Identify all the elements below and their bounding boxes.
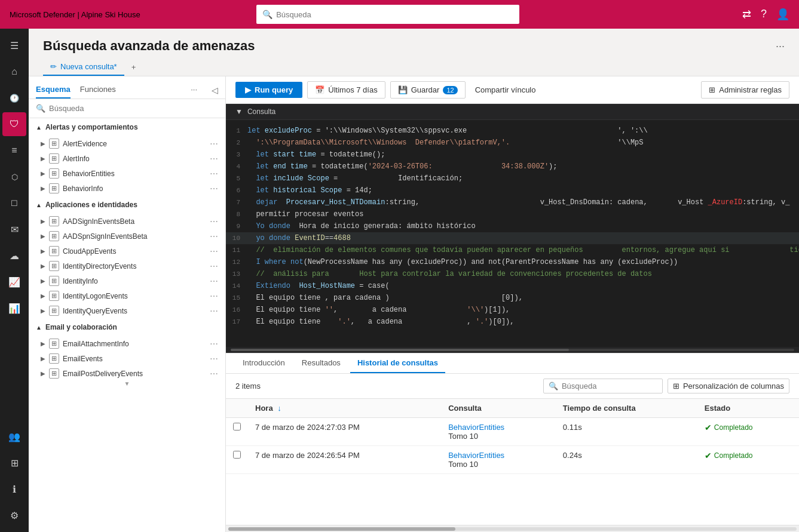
nav-mail[interactable]: ✉ <box>2 217 26 241</box>
tab-nueva-consulta[interactable]: ✏ Nueva consulta* <box>43 59 124 76</box>
sidebar-tab-esquema[interactable]: Esquema <box>36 81 71 99</box>
sidebar-collapse-button[interactable]: ◁ <box>212 85 218 95</box>
row2-consulta-link[interactable]: BehaviorEntities <box>448 451 549 460</box>
collapse-icon[interactable]: ▼ <box>235 107 243 116</box>
item-dots-icon[interactable]: ⋯ <box>210 354 218 364</box>
results-tab-results[interactable]: Resultados <box>295 353 348 373</box>
user-icon[interactable]: 👤 <box>776 8 789 21</box>
results-search-input[interactable] <box>562 382 657 390</box>
page-more-icon[interactable]: ··· <box>776 40 785 53</box>
sidebar-tab-funciones[interactable]: Funciones <box>80 81 116 99</box>
checkbox-input[interactable] <box>233 451 241 459</box>
item-dots-icon[interactable]: ⋯ <box>210 369 218 379</box>
sidebar-tab-more[interactable]: ··· <box>191 81 197 99</box>
chevron-right-icon: ▶ <box>41 233 45 239</box>
share-button[interactable]: Compartir vínculo <box>470 82 541 98</box>
tab-icon: ✏ <box>50 62 57 71</box>
tree-item-identityqueryevents[interactable]: ▶ ⊞ IdentityQueryEvents ⋯ <box>29 303 225 318</box>
sidebar-search-container: 🔍 <box>29 99 225 118</box>
th-hora[interactable]: Hora ↓ <box>248 399 441 418</box>
tree-item-alertevidence[interactable]: ▶ ⊞ AlertEvidence ⋯ <box>29 136 225 151</box>
tree-item-behaviorinfo[interactable]: ▶ ⊞ BehaviorInfo ⋯ <box>29 181 225 196</box>
nav-device[interactable]: ⬡ <box>2 165 26 189</box>
tree-item-identityinfo[interactable]: ▶ ⊞ IdentityInfo ⋯ <box>29 273 225 288</box>
results-tab-history[interactable]: Historial de consultas <box>350 353 445 373</box>
nav-chart[interactable]: 📈 <box>2 270 26 294</box>
customize-columns-button[interactable]: ⊞ Personalización de columnas <box>668 379 789 393</box>
nav-recent[interactable]: 🕐 <box>2 86 26 110</box>
nav-people[interactable]: 👥 <box>2 425 26 448</box>
row1-consulta-link[interactable]: BehaviorEntities <box>448 423 549 432</box>
bottom-scrollbar[interactable] <box>226 525 799 532</box>
topbar-search-input[interactable] <box>276 10 513 19</box>
item-dots-icon[interactable]: ⋯ <box>210 291 218 301</box>
item-dots-icon[interactable]: ⋯ <box>210 247 218 256</box>
results-count: 2 items <box>235 382 261 390</box>
editor-content[interactable]: 1 let excludeProc = ':\\Windows\\System3… <box>226 120 799 347</box>
tree-item-emailattachmentinfo[interactable]: ▶ ⊞ EmailAttachmentInfo ⋯ <box>29 336 225 351</box>
help-icon[interactable]: ? <box>761 8 767 21</box>
item-dots-icon[interactable]: ⋯ <box>210 262 218 271</box>
tree-item-aadsigninevents[interactable]: ▶ ⊞ AADSignInEventsBeta ⋯ <box>29 214 225 229</box>
nav-endpoint[interactable]: ☐ <box>2 191 26 215</box>
tree-item-emailpostdelivery[interactable]: ▶ ⊞ EmailPostDeliveryEvents ⋯ <box>29 366 225 381</box>
th-tiempo[interactable]: Tiempo de consulta <box>556 399 697 418</box>
item-dots-icon[interactable]: ⋯ <box>210 154 218 164</box>
play-icon: ▶ <box>245 85 251 94</box>
tree-item-emailevents[interactable]: ▶ ⊞ EmailEvents ⋯ <box>29 351 225 366</box>
nav-list[interactable]: ≡ <box>2 139 26 162</box>
item-dots-icon[interactable]: ⋯ <box>210 276 218 286</box>
nav-settings[interactable]: ⚙ <box>2 503 26 527</box>
nav-shield[interactable]: 🛡 <box>2 112 26 136</box>
save-button[interactable]: 💾 Guardar 12 <box>390 81 466 99</box>
run-query-button[interactable]: ▶ Run query <box>235 82 302 98</box>
table-icon: ⊞ <box>49 261 59 271</box>
nav-home[interactable]: ⌂ <box>2 60 26 84</box>
row1-checkbox[interactable] <box>226 418 248 446</box>
nav-info[interactable]: ℹ <box>2 477 26 501</box>
th-consulta[interactable]: Consulta <box>441 399 556 418</box>
time-range-button[interactable]: 📅 Últimos 7 días <box>307 81 385 99</box>
results-tab-intro[interactable]: Introducción <box>235 353 292 373</box>
manage-rules-button[interactable]: ⊞ Administrar reglas <box>701 81 789 99</box>
item-label: AlertInfo <box>63 155 90 163</box>
status-badge: ✔ Completado <box>705 423 753 432</box>
sidebar-search-input[interactable] <box>49 104 218 113</box>
section-apps[interactable]: ▲ Aplicaciones e identidades <box>29 196 225 214</box>
tree-item-identitylogonevents[interactable]: ▶ ⊞ IdentityLogonEvents ⋯ <box>29 288 225 303</box>
toolbar-right: ⊞ Administrar reglas <box>701 81 789 99</box>
results-search-container: 🔍 <box>543 379 663 393</box>
chevron-right-icon: ▶ <box>41 155 45 162</box>
tab-add-button[interactable]: + <box>127 59 141 75</box>
tree-item-cloudappevents[interactable]: ▶ ⊞ CloudAppEvents ⋯ <box>29 244 225 259</box>
workspace: Esquema Funciones ··· ◁ 🔍 ▲ Alertas y co… <box>29 76 799 532</box>
manage-label: Administrar reglas <box>719 85 782 94</box>
table-icon: ⊞ <box>49 353 59 364</box>
chevron-right-icon: ▶ <box>41 185 45 192</box>
nav-cloud[interactable]: ☁ <box>2 244 26 267</box>
item-dots-icon[interactable]: ⋯ <box>210 306 218 316</box>
th-estado[interactable]: Estado <box>697 399 799 418</box>
checkbox-input[interactable] <box>233 423 241 430</box>
chevron-right-icon: ▶ <box>41 140 45 147</box>
tree-item-alertinfo[interactable]: ▶ ⊞ AlertInfo ⋯ <box>29 151 225 166</box>
nav-menu[interactable]: ☰ <box>2 33 26 57</box>
editor-header: ▼ Consulta <box>226 104 799 120</box>
item-dots-icon[interactable]: ⋯ <box>210 217 218 226</box>
tree-item-behaviorentities[interactable]: ▶ ⊞ BehaviorEntities ⋯ <box>29 166 225 181</box>
row1-estado: ✔ Completado <box>697 418 799 446</box>
tree-item-aadspnsigninevents[interactable]: ▶ ⊞ AADSpnSignInEventsBeta ⋯ <box>29 229 225 244</box>
share-icon[interactable]: ⇄ <box>742 8 751 21</box>
item-dots-icon[interactable]: ⋯ <box>210 169 218 179</box>
chevron-right-icon: ▶ <box>41 218 45 225</box>
item-dots-icon[interactable]: ⋯ <box>210 184 218 193</box>
item-dots-icon[interactable]: ⋯ <box>210 139 218 149</box>
row2-checkbox[interactable] <box>226 446 248 474</box>
nav-apps[interactable]: ⊞ <box>2 451 26 475</box>
nav-graph[interactable]: 📊 <box>2 296 26 320</box>
section-alertas[interactable]: ▲ Alertas y comportamientos <box>29 118 225 136</box>
item-dots-icon[interactable]: ⋯ <box>210 339 218 349</box>
section-email[interactable]: ▲ Email y colaboración <box>29 318 225 336</box>
item-dots-icon[interactable]: ⋯ <box>210 232 218 241</box>
tree-item-identitydirectoryevents[interactable]: ▶ ⊞ IdentityDirectoryEvents ⋯ <box>29 259 225 273</box>
